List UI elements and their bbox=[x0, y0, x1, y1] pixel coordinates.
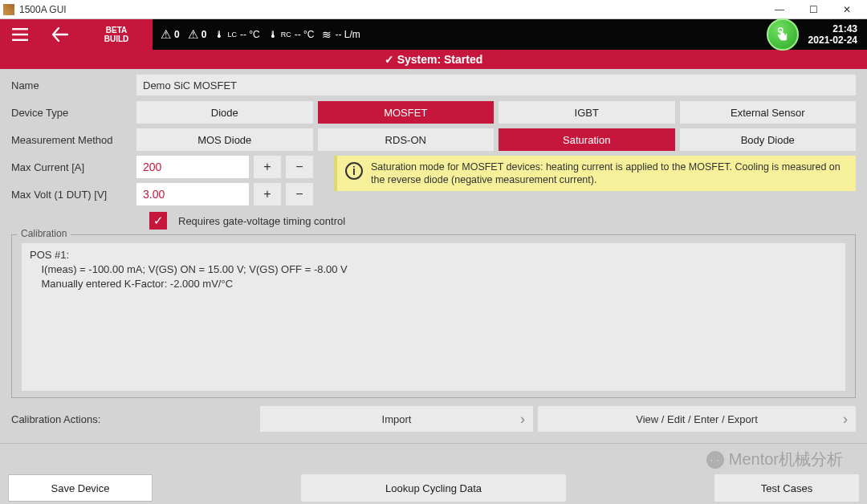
method-mos-diode[interactable]: MOS Diode bbox=[136, 128, 313, 151]
date-text: 2021-02-24 bbox=[808, 35, 857, 46]
window-minimize-button[interactable]: — bbox=[763, 0, 796, 19]
info-icon: i bbox=[345, 162, 363, 180]
max-current-minus-button[interactable]: − bbox=[286, 156, 313, 178]
name-label: Name bbox=[11, 79, 136, 91]
test-cases-button[interactable]: Test Cases bbox=[714, 474, 859, 502]
svg-rect-0 bbox=[12, 28, 28, 30]
flow-status: ≋ -- L/m bbox=[322, 28, 360, 41]
menu-button[interactable] bbox=[0, 19, 40, 50]
gate-voltage-label: Requires gate-voltage timing control bbox=[178, 215, 345, 227]
measurement-method-label: Measurement Method bbox=[11, 134, 136, 146]
max-current-input[interactable] bbox=[136, 156, 249, 178]
method-saturation[interactable]: Saturation bbox=[499, 128, 675, 151]
device-name-input[interactable] bbox=[136, 75, 856, 96]
app-header: BETA BUILD ⚠ 0 ⚠ 0 🌡LC -- °C 🌡RC -- °C ≋… bbox=[0, 19, 867, 50]
max-current-plus-button[interactable]: + bbox=[254, 156, 281, 178]
window-titlebar: 1500A GUI — ☐ ✕ bbox=[0, 0, 867, 19]
method-rds-on[interactable]: RDS-ON bbox=[318, 128, 495, 151]
max-volt-label: Max Volt (1 DUT) [V] bbox=[11, 189, 136, 201]
svg-rect-2 bbox=[12, 39, 28, 41]
svg-rect-1 bbox=[12, 34, 28, 35]
device-type-diode[interactable]: Diode bbox=[136, 101, 313, 124]
save-device-button[interactable]: Save Device bbox=[8, 474, 153, 502]
beta-build-badge: BETA BUILD bbox=[80, 19, 153, 50]
temp-rc-status: 🌡RC -- °C bbox=[268, 29, 315, 40]
touch-action-button[interactable] bbox=[767, 18, 799, 51]
measurement-method-group: MOS Diode RDS-ON Saturation Body Diode bbox=[136, 128, 856, 151]
back-arrow-icon bbox=[52, 27, 68, 42]
temp-lc-status: 🌡LC -- °C bbox=[214, 29, 259, 40]
device-form: Name Device Type Diode MOSFET IGBT Exter… bbox=[0, 69, 867, 504]
window-close-button[interactable]: ✕ bbox=[830, 0, 864, 19]
hamburger-icon bbox=[12, 28, 28, 41]
max-current-label: Max Current [A] bbox=[11, 161, 136, 173]
back-button[interactable] bbox=[40, 19, 80, 50]
max-volt-input[interactable] bbox=[136, 183, 249, 205]
touch-hand-icon bbox=[774, 26, 792, 43]
calibration-import-button[interactable]: Import › bbox=[260, 406, 533, 432]
calibration-view-edit-button[interactable]: View / Edit / Enter / Export › bbox=[538, 406, 856, 432]
app-icon bbox=[3, 4, 14, 15]
thermometer-icon: 🌡 bbox=[214, 29, 224, 40]
warning-count-1: ⚠ 0 bbox=[161, 27, 180, 42]
gate-voltage-checkbox[interactable]: ✓ bbox=[149, 212, 167, 230]
device-type-label: Device Type bbox=[11, 107, 136, 119]
window-maximize-button[interactable]: ☐ bbox=[796, 0, 830, 19]
method-body-diode[interactable]: Body Diode bbox=[680, 128, 857, 151]
clock-display: 21:43 2021-02-24 bbox=[799, 23, 867, 46]
calibration-text: POS #1: I(meas) = -100.00 mA; V(GS) ON =… bbox=[22, 243, 845, 391]
watermark-icon bbox=[706, 451, 724, 469]
warning-count-2: ⚠ 0 bbox=[188, 27, 207, 42]
device-type-igbt[interactable]: IGBT bbox=[499, 101, 675, 124]
warning-triangle-icon: ⚠ bbox=[161, 27, 171, 42]
time-text: 21:43 bbox=[808, 23, 857, 35]
warning-triangle-icon: ⚠ bbox=[188, 27, 198, 42]
window-title: 1500A GUI bbox=[19, 4, 67, 15]
lookup-cycling-data-button[interactable]: Lookup Cycling Data bbox=[301, 474, 566, 502]
calibration-fieldset: Calibration POS #1: I(meas) = -100.00 mA… bbox=[11, 234, 856, 398]
wave-icon: ≋ bbox=[322, 28, 332, 41]
max-volt-plus-button[interactable]: + bbox=[254, 183, 281, 205]
device-type-group: Diode MOSFET IGBT External Sensor bbox=[136, 101, 856, 124]
device-type-mosfet[interactable]: MOSFET bbox=[318, 101, 495, 124]
chevron-right-icon: › bbox=[520, 411, 525, 428]
calibration-actions-label: Calibration Actions: bbox=[11, 413, 132, 425]
divider bbox=[0, 443, 867, 444]
bottom-action-bar: Save Device Lookup Cycling Data Test Cas… bbox=[8, 474, 859, 502]
chevron-right-icon: › bbox=[843, 411, 848, 428]
system-status-banner: ✓ System: Started bbox=[0, 50, 867, 69]
info-panel: i Saturation mode for MOSFET devices: he… bbox=[334, 156, 856, 191]
max-volt-minus-button[interactable]: − bbox=[286, 183, 313, 205]
calibration-legend: Calibration bbox=[17, 228, 71, 239]
watermark: Mentor机械分析 bbox=[706, 449, 843, 470]
info-text: Saturation mode for MOSFET devices: heat… bbox=[371, 161, 848, 186]
thermometer-icon: 🌡 bbox=[268, 29, 278, 40]
device-type-external-sensor[interactable]: External Sensor bbox=[680, 101, 857, 124]
